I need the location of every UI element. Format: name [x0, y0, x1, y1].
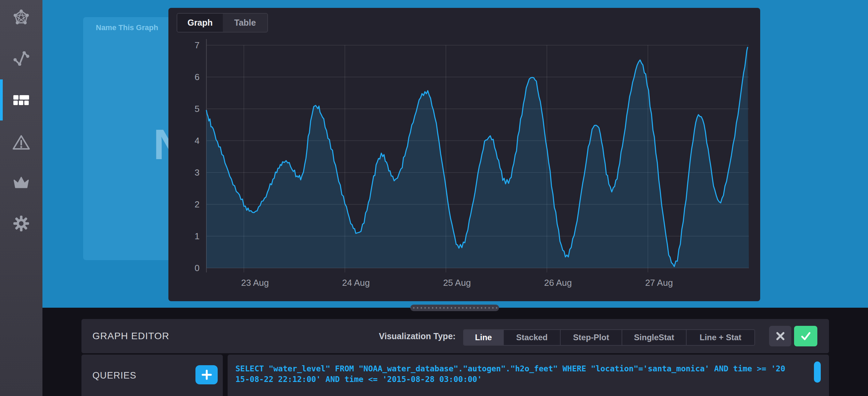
y-tick-label: 0: [195, 263, 200, 273]
queries-sidebar: QUERIES: [81, 355, 223, 396]
y-tick-label: 5: [195, 104, 200, 114]
query-scrollbar-thumb[interactable]: [814, 361, 821, 383]
query-line-1: SELECT "water_level" FROM "NOAA_water_da…: [235, 364, 785, 373]
sidebar-item-settings[interactable]: [0, 215, 42, 232]
sidebar-item-admin[interactable]: [0, 176, 42, 189]
y-tick-label: 1: [195, 231, 200, 241]
alert-triangle-icon: [12, 135, 30, 150]
chronograf-logo-glyph: [13, 9, 30, 26]
plus-icon: [201, 369, 212, 380]
confirm-button[interactable]: [794, 326, 817, 346]
viz-type-step-plot[interactable]: Step-Plot: [560, 330, 622, 345]
editor-header: GRAPH EDITOR Visualization Type: Line St…: [81, 319, 829, 353]
cell-title[interactable]: Name This Graph: [96, 23, 158, 32]
x-tick-label: 26 Aug: [544, 278, 572, 288]
visualization-type-group: Line Stacked Step-Plot SingleStat Line +…: [463, 329, 755, 346]
y-tick-label: 3: [195, 167, 200, 178]
x-tick-label: 25 Aug: [443, 278, 471, 288]
graph-panel: 0123456723 Aug24 Aug25 Aug26 Aug27 Aug G…: [168, 8, 760, 301]
water-level-chart[interactable]: 0123456723 Aug24 Aug25 Aug26 Aug27 Aug: [168, 8, 760, 301]
sidebar: [0, 0, 42, 396]
pulse-line-icon: [13, 51, 29, 66]
add-query-button[interactable]: [195, 365, 218, 384]
viz-type-singlestat[interactable]: SingleStat: [622, 330, 686, 345]
x-tick-label: 27 Aug: [645, 278, 673, 288]
y-tick-label: 4: [195, 136, 200, 146]
graph-editor-overlay: GRAPH EDITOR Visualization Type: Line St…: [42, 308, 868, 396]
dashboards-grid-icon: [13, 95, 29, 105]
x-tick-label: 24 Aug: [342, 278, 370, 288]
y-tick-label: 2: [195, 199, 200, 209]
query-editor-field[interactable]: SELECT "water_level" FROM "NOAA_water_da…: [228, 355, 829, 396]
gear-icon: [13, 215, 30, 232]
viz-type-line[interactable]: Line: [464, 330, 503, 345]
query-line-2: 15-08-22 22:12:00' AND time <= '2015-08-…: [235, 375, 482, 384]
y-tick-label: 7: [195, 40, 200, 50]
editor-title: GRAPH EDITOR: [92, 331, 169, 342]
chronograf-logo-icon[interactable]: [0, 9, 42, 26]
viz-type-line-stat[interactable]: Line + Stat: [686, 330, 754, 345]
x-tick-label: 23 Aug: [241, 278, 269, 288]
checkmark-icon: [800, 331, 812, 341]
editor-resize-handle[interactable]: [410, 305, 499, 311]
viz-type-stacked[interactable]: Stacked: [503, 330, 560, 345]
sidebar-item-dashboards[interactable]: [0, 95, 42, 105]
tab-table[interactable]: Table: [223, 14, 267, 32]
y-tick-label: 6: [195, 72, 200, 82]
query-text: SELECT "water_level" FROM "NOAA_water_da…: [235, 363, 785, 385]
queries-label: QUERIES: [92, 370, 137, 381]
graph-table-tabs: Graph Table: [177, 13, 268, 33]
visualization-type-label: Visualization Type:: [379, 331, 456, 341]
close-icon: [776, 332, 785, 341]
tab-graph[interactable]: Graph: [177, 14, 223, 32]
cancel-button[interactable]: [769, 326, 791, 346]
sidebar-item-alerts[interactable]: [0, 135, 42, 150]
sidebar-item-data-explorer[interactable]: [0, 51, 42, 66]
crown-icon: [13, 176, 30, 189]
